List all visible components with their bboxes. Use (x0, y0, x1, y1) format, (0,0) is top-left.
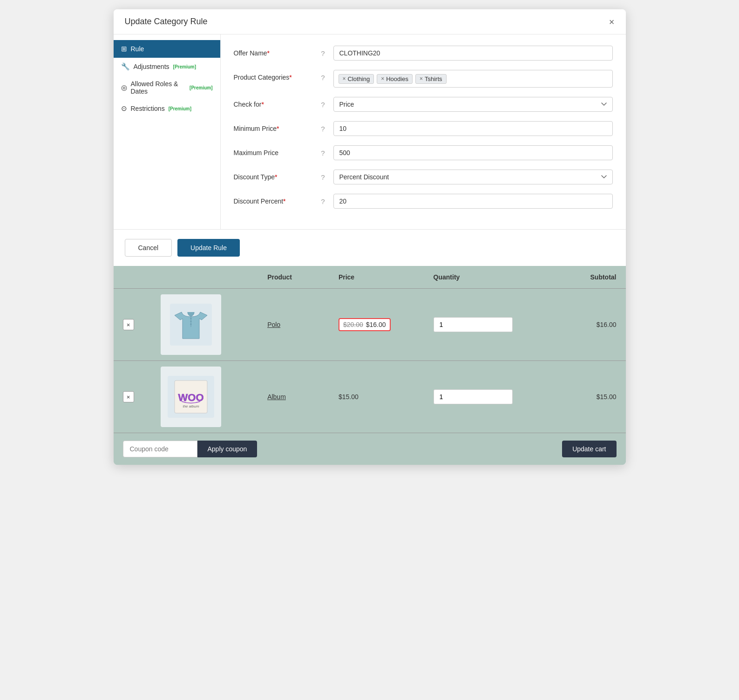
check-for-control: Price Quantity Weight (333, 97, 613, 112)
polo-subtotal-cell: $16.00 (555, 289, 626, 361)
sidebar-item-adjustments[interactable]: 🔧 Adjustments [Premium] (114, 58, 220, 75)
main-form: Offer Name* ? Product Categories* ? × (221, 34, 626, 229)
discount-percent-row: Discount Percent* ? (234, 194, 613, 209)
polo-link[interactable]: Polo (267, 321, 280, 328)
col-header-subtotal: Subtotal (555, 266, 626, 289)
col-header-product: Product (258, 266, 329, 289)
sidebar-item-allowed-roles-label: Allowed Roles & Dates (131, 80, 186, 95)
offer-name-info-icon[interactable]: ? (319, 46, 328, 57)
min-price-input[interactable] (333, 121, 613, 136)
check-for-select[interactable]: Price Quantity Weight (333, 97, 613, 112)
discount-percent-label: Discount Percent* (234, 194, 313, 205)
close-button[interactable]: × (609, 17, 615, 27)
min-price-label: Minimum Price* (234, 121, 313, 132)
product-categories-label: Product Categories* (234, 70, 313, 81)
max-price-label: Maximum Price (234, 145, 313, 156)
tag-clothing: × Clothing (339, 74, 374, 84)
cancel-button[interactable]: Cancel (125, 239, 172, 257)
offer-name-control (333, 46, 613, 61)
discount-type-control: Percent Discount Fixed Discount (333, 170, 613, 184)
album-link[interactable]: Album (267, 393, 286, 401)
tag-tshirts-label: Tshirts (425, 75, 442, 82)
col-header-image (151, 266, 258, 289)
check-for-info-icon[interactable]: ? (319, 97, 328, 109)
svg-point-4 (190, 324, 191, 325)
sidebar-item-adjustments-label: Adjustments (134, 63, 169, 70)
discount-percent-info-icon[interactable]: ? (319, 194, 328, 205)
check-for-row: Check for* ? Price Quantity Weight (234, 97, 613, 112)
polo-name-cell: Polo (258, 289, 329, 361)
modal-wrapper: Update Category Rule × ⊞ Rule 🔧 Adjustme… (114, 9, 626, 465)
product-categories-control: × Clothing × Hoodies × Tshirts (333, 70, 613, 88)
restrictions-premium-badge: [Premium] (169, 106, 191, 111)
cart-table: Product Price Quantity Subtotal × (114, 266, 626, 433)
adjustments-premium-badge: [Premium] (173, 64, 196, 69)
polo-price-box: $20.00 $16.00 (339, 318, 391, 331)
tag-clothing-remove[interactable]: × (343, 76, 346, 82)
album-product-image: WOO the album (161, 367, 221, 427)
polo-remove-cell: × (114, 289, 151, 361)
discount-type-select[interactable]: Percent Discount Fixed Discount (333, 170, 613, 184)
coupon-area: Apply coupon (123, 441, 258, 457)
album-qty-cell (424, 361, 555, 433)
min-price-info-icon[interactable]: ? (319, 121, 328, 133)
polo-svg (170, 304, 212, 346)
sidebar-item-rule[interactable]: ⊞ Rule (114, 40, 220, 58)
check-for-label: Check for* (234, 97, 313, 108)
max-price-info-icon[interactable]: ? (319, 145, 328, 157)
discount-percent-input[interactable] (333, 194, 613, 209)
update-cart-button[interactable]: Update cart (562, 441, 616, 457)
polo-image-cell (151, 289, 258, 361)
album-price: $15.00 (339, 393, 359, 401)
tag-clothing-label: Clothing (348, 75, 370, 82)
tag-hoodies-label: Hoodies (386, 75, 408, 82)
cart-section: Product Price Quantity Subtotal × (114, 266, 626, 465)
polo-original-price: $20.00 (343, 321, 363, 328)
sidebar: ⊞ Rule 🔧 Adjustments [Premium] ◎ Allowed… (114, 34, 221, 229)
action-row: Cancel Update Rule (114, 230, 626, 266)
polo-quantity-input[interactable] (434, 317, 513, 332)
sidebar-item-restrictions[interactable]: ⊙ Restrictions [Premium] (114, 100, 220, 117)
sidebar-item-restrictions-label: Restrictions (131, 105, 165, 112)
svg-text:the album: the album (183, 404, 199, 408)
allowed-roles-icon: ◎ (121, 83, 127, 92)
update-rule-button[interactable]: Update Rule (177, 239, 240, 257)
min-price-row: Minimum Price* ? (234, 121, 613, 136)
tags-input-container[interactable]: × Clothing × Hoodies × Tshirts (333, 70, 613, 88)
offer-name-input[interactable] (333, 46, 613, 61)
discount-type-info-icon[interactable]: ? (319, 170, 328, 181)
max-price-input[interactable] (333, 145, 613, 160)
modal-body: ⊞ Rule 🔧 Adjustments [Premium] ◎ Allowed… (114, 34, 626, 230)
table-row: × (114, 289, 626, 361)
polo-remove-button[interactable]: × (123, 319, 134, 330)
polo-qty-cell (424, 289, 555, 361)
rule-icon: ⊞ (121, 45, 127, 53)
tag-tshirts: × Tshirts (415, 74, 447, 84)
col-header-price: Price (329, 266, 424, 289)
discount-type-label: Discount Type* (234, 170, 313, 181)
coupon-code-input[interactable] (123, 441, 197, 457)
album-svg: WOO the album (168, 376, 214, 418)
album-quantity-input[interactable] (434, 389, 513, 404)
album-subtotal-cell: $15.00 (555, 361, 626, 433)
offer-name-row: Offer Name* ? (234, 46, 613, 61)
sidebar-item-rule-label: Rule (131, 45, 144, 53)
tag-hoodies: × Hoodies (377, 74, 413, 84)
discount-percent-control (333, 194, 613, 209)
product-categories-info-icon[interactable]: ? (319, 70, 328, 82)
sidebar-item-allowed-roles[interactable]: ◎ Allowed Roles & Dates [Premium] (114, 75, 220, 100)
polo-price-cell: $20.00 $16.00 (329, 289, 424, 361)
album-remove-button[interactable]: × (123, 391, 134, 402)
max-price-control (333, 145, 613, 160)
col-header-quantity: Quantity (424, 266, 555, 289)
discount-type-row: Discount Type* ? Percent Discount Fixed … (234, 170, 613, 184)
polo-product-image (161, 294, 221, 355)
tag-hoodies-remove[interactable]: × (381, 76, 384, 82)
album-price-cell: $15.00 (329, 361, 424, 433)
apply-coupon-button[interactable]: Apply coupon (197, 441, 258, 457)
tag-tshirts-remove[interactable]: × (420, 76, 423, 82)
cart-footer: Apply coupon Update cart (114, 433, 626, 465)
adjustments-icon: 🔧 (121, 62, 130, 71)
modal-header: Update Category Rule × (114, 9, 626, 34)
album-image-cell: WOO the album (151, 361, 258, 433)
